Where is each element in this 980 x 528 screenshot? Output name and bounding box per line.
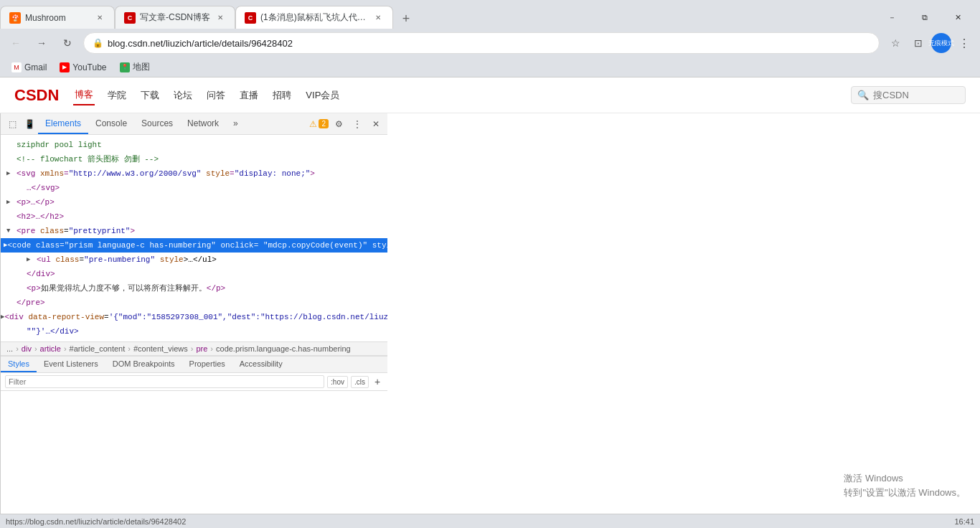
bookmark-youtube[interactable]: ▶ YouTube: [54, 61, 112, 74]
nav-link-live[interactable]: 直播: [238, 86, 260, 105]
bc-article-content[interactable]: #article_content: [70, 344, 126, 353]
tree-arrow[interactable]: [6, 167, 17, 180]
tree-content: </div>: [27, 268, 55, 280]
styles-cls-button[interactable]: .cls: [351, 376, 369, 388]
tab-elements[interactable]: Elements: [38, 114, 88, 134]
bookmark-youtube-label: YouTube: [72, 62, 106, 72]
back-button[interactable]: ←: [6, 33, 26, 53]
tree-line-extend[interactable]: ""}'…</div>: [1, 324, 387, 339]
youtube-favicon: ▶: [60, 62, 70, 72]
tree-line-svg[interactable]: <svg xmlns="http://www.w3.org/2000/svg" …: [1, 166, 387, 181]
bookmark-maps[interactable]: 📍 地图: [114, 60, 156, 75]
nav-link-jobs[interactable]: 招聘: [271, 86, 293, 105]
nav-link-vip[interactable]: VIP会员: [304, 86, 341, 105]
tab-more[interactable]: »: [226, 114, 245, 134]
styles-tab-props[interactable]: Properties: [182, 357, 232, 372]
bookmark-star-icon[interactable]: ☆: [885, 33, 905, 53]
cast-icon[interactable]: ⊡: [908, 33, 928, 53]
tree-line-p2[interactable]: <p>如果觉得坑人力度不够，可以将所有注释解开。</p>: [1, 281, 387, 296]
nav-link-school[interactable]: 学院: [106, 86, 128, 105]
tree-line-ul[interactable]: <ul class="pre-numbering" style>…</ul>: [1, 253, 387, 267]
devtools-device-icon[interactable]: 📱: [21, 116, 38, 133]
styles-tab-styles[interactable]: Styles: [1, 357, 37, 372]
main-area: CSDN 博客 学院 下载 论坛 问答 直播 招聘 VIP会员 🔍: [0, 77, 980, 514]
tab-write-csdn[interactable]: C 写文章-CSDN博客 ✕: [115, 6, 235, 29]
devtools-breadcrumb: ... › div › article › #article_content ›…: [1, 341, 387, 356]
tree-line-code-selected[interactable]: <code class="prism language-c has-number…: [1, 238, 387, 253]
tree-line-h2[interactable]: <h2>…</h2>: [1, 209, 387, 224]
tree-line-div-report[interactable]: <div data-report-view='{"mod":"158529730…: [1, 310, 387, 324]
profile-button[interactable]: 无痕模式: [931, 33, 951, 53]
styles-hov-button[interactable]: :hov: [327, 376, 348, 388]
tab-console[interactable]: Console: [88, 114, 134, 134]
csdn-logo-text: CSDN: [14, 86, 59, 105]
csdn-logo[interactable]: CSDN: [14, 86, 59, 105]
styles-tab-access[interactable]: Accessibility: [232, 357, 290, 372]
styles-tab-event[interactable]: Event Listeners: [37, 357, 105, 372]
maximize-button[interactable]: ⧉: [908, 6, 941, 29]
devtools-vertical-dots-icon[interactable]: ⋮: [349, 116, 366, 133]
reload-button[interactable]: ↻: [57, 33, 77, 53]
tree-content: <ul class="pre-numbering" style>…</ul>: [37, 253, 217, 266]
devtools-inspector-icon[interactable]: ⬚: [4, 116, 21, 133]
bookmark-gmail-label: Gmail: [24, 62, 47, 72]
styles-add-rule-button[interactable]: +: [372, 376, 383, 387]
tree-arrow[interactable]: [6, 196, 17, 209]
tab-network[interactable]: Network: [180, 114, 226, 134]
nav-link-blog[interactable]: 博客: [73, 85, 95, 105]
csdn-search-input[interactable]: [873, 90, 959, 100]
styles-filter-input[interactable]: [5, 375, 324, 388]
tree-content: sziphdr pool light: [17, 138, 102, 151]
tab-close-write[interactable]: ✕: [215, 12, 226, 24]
tree-arrow[interactable]: [27, 253, 37, 266]
tree-content: <p>…</p>: [17, 196, 55, 209]
tab-mushroom[interactable]: 🍄 Mushroom ✕: [0, 6, 115, 29]
bc-code[interactable]: code.prism.language-c.has-numbering: [216, 344, 351, 353]
tree-line-comment2[interactable]: <!-- flowchart 箭头图标 勿删 -->: [1, 152, 387, 166]
tree-line-svg-close[interactable]: …</svg>: [1, 181, 387, 195]
styles-tab-dom[interactable]: DOM Breakpoints: [105, 357, 182, 372]
tree-content: </pre>: [17, 296, 45, 309]
devtools-panel: ⬚ 📱 Elements Console Sources Network » ⚠…: [0, 113, 387, 514]
tree-content: <code class="prism language-c has-number…: [7, 239, 387, 252]
tree-line-div-close[interactable]: </div>: [1, 267, 387, 281]
tab-close-article[interactable]: ✕: [372, 12, 384, 24]
bookmark-gmail[interactable]: M Gmail: [6, 61, 52, 74]
tab-title-write: 写文章-CSDN博客: [140, 11, 210, 24]
bc-dots[interactable]: ...: [6, 344, 13, 353]
tab-article[interactable]: C (1条消息)鼠标乱飞坑人代码（C+... ✕: [235, 6, 393, 29]
tree-line-p[interactable]: <p>…</p>: [1, 195, 387, 209]
tree-arrow[interactable]: [6, 225, 17, 237]
html-tree: sziphdr pool light <!-- flowchart 箭头图标 勿…: [1, 135, 387, 341]
forward-button[interactable]: →: [32, 33, 52, 53]
devtools-settings-icon[interactable]: ⚙: [330, 116, 347, 133]
address-bar-row: ← → ↻ 🔒 blog.csdn.net/liuzich/article/de…: [0, 29, 980, 57]
tab-close-mushroom[interactable]: ✕: [94, 12, 105, 24]
tree-line-pre-close[interactable]: </pre>: [1, 296, 387, 310]
nav-link-download[interactable]: 下载: [139, 86, 161, 105]
warning-area: ⚠ 2: [309, 119, 329, 129]
minimize-button[interactable]: －: [875, 6, 908, 29]
tree-line-comment1[interactable]: sziphdr pool light: [1, 138, 387, 152]
devtools-close-icon[interactable]: ✕: [367, 116, 385, 133]
bc-pre[interactable]: pre: [196, 344, 207, 353]
nav-link-forum[interactable]: 论坛: [172, 86, 194, 105]
nav-link-qa[interactable]: 问答: [205, 86, 227, 105]
gmail-favicon: M: [11, 62, 22, 72]
close-button[interactable]: ✕: [941, 6, 974, 29]
tab-favicon-mushroom: 🍄: [9, 12, 21, 24]
address-field[interactable]: 🔒 blog.csdn.net/liuzich/article/details/…: [83, 32, 880, 54]
address-actions: ☆ ⊡ 无痕模式 ⋮: [885, 33, 974, 53]
tree-content: ""}'…</div>: [27, 325, 79, 338]
devtools-styles-panel: Styles Event Listeners DOM Breakpoints P…: [1, 356, 387, 514]
csdn-search-box[interactable]: 🔍: [851, 86, 966, 104]
tab-sources[interactable]: Sources: [134, 114, 180, 134]
browser-window: 🍄 Mushroom ✕ C 写文章-CSDN博客 ✕ C (1条消息)鼠标乱飞…: [0, 0, 980, 528]
tree-line-pre[interactable]: <pre class="prettyprint">: [1, 224, 387, 238]
url-text: blog.csdn.net/liuzich/article/details/96…: [108, 38, 870, 49]
new-tab-button[interactable]: +: [396, 9, 416, 29]
bc-article[interactable]: article: [40, 344, 61, 353]
menu-button[interactable]: ⋮: [954, 33, 974, 53]
bc-content-views[interactable]: #content_views: [133, 344, 188, 353]
bc-div[interactable]: div: [22, 344, 32, 353]
